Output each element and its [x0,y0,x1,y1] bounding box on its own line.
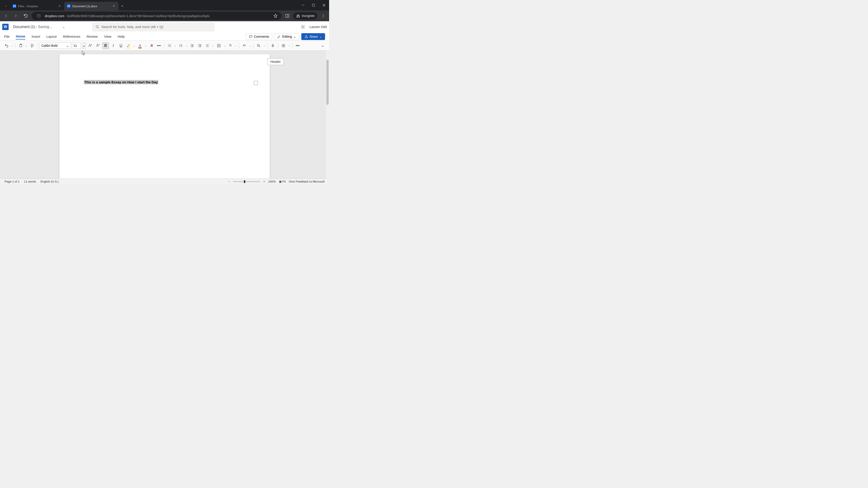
page-info[interactable]: Page 1 of 1 [4,180,20,183]
font-name-input[interactable]: Calibri Bold⌄ [39,42,71,49]
chevron-down-icon[interactable]: ⌄ [66,44,69,47]
numbering-dropdown[interactable]: ⌄ [185,44,188,47]
browser-tab-active[interactable]: Document (1).docx × [64,2,119,10]
editor-dropdown[interactable]: ⌄ [288,44,290,47]
user-name[interactable]: Lauren Deli [309,25,327,29]
comment-indicator-icon[interactable] [254,81,258,85]
settings-button[interactable] [301,24,305,29]
tab-close-button[interactable]: × [58,4,61,8]
highlight-button[interactable] [125,42,132,49]
zoom-percent[interactable]: 100% [268,180,276,183]
bookmark-icon[interactable] [273,13,278,18]
shading-button[interactable] [227,42,234,49]
close-window-button[interactable] [319,0,329,10]
window-controls [298,0,329,10]
zoom-out-button[interactable]: − [228,180,230,183]
reload-button[interactable] [22,12,30,20]
document-page[interactable]: Header This is a sample Essay on How I s… [59,54,270,178]
zoom-slider[interactable] [233,181,260,182]
tab-review[interactable]: Review [87,34,98,39]
back-button[interactable] [2,12,10,20]
underline-button[interactable]: U [118,42,124,49]
decrease-indent-button[interactable] [189,42,195,49]
undo-button[interactable] [3,42,10,49]
chevron-down-icon[interactable]: ⌄ [62,25,65,29]
shrink-font-button[interactable]: A▾ [94,42,101,49]
svg-point-14 [168,45,168,46]
styles-dropdown[interactable]: ⌄ [249,44,251,47]
site-info-icon[interactable] [35,12,42,20]
font-color-button[interactable]: A [136,42,143,49]
tab-insert[interactable]: Insert [32,34,40,39]
highlight-dropdown[interactable]: ⌄ [133,44,135,47]
bullets-button[interactable] [166,42,173,49]
address-bar[interactable]: dropbox.com/scl/fi/q5c90i07zi8bxargtcvoj… [32,12,281,20]
document-canvas[interactable]: Header This is a sample Essay on How I s… [0,51,329,178]
paste-button[interactable] [18,42,24,49]
document-body-text[interactable]: This is a sample Essay on How I start th… [84,80,158,84]
incognito-label: Incognito [302,14,315,18]
share-button[interactable]: Share ⌄ [301,33,325,40]
browser-menu-button[interactable] [319,12,327,20]
more-font-button[interactable]: ••• [156,42,162,49]
tab-home[interactable]: Home [16,33,25,39]
more-commands-button[interactable]: ••• [294,42,301,49]
collapse-ribbon-button[interactable]: ⌄ [319,42,326,49]
clear-formatting-button[interactable]: A✕ [148,42,155,49]
italic-button[interactable]: I [110,42,117,49]
zoom-slider-thumb[interactable] [244,180,245,183]
browser-tab-inactive[interactable]: Files - Dropbox × [10,2,64,10]
font-color-dropdown[interactable]: ⌄ [144,44,147,47]
format-painter-button[interactable] [29,42,35,49]
find-dropdown[interactable]: ⌄ [263,44,266,47]
side-panel-icon[interactable] [283,12,291,20]
word-count[interactable]: 11 words [24,180,36,183]
document-title[interactable]: Document (1) - Saving... ⌄ [13,25,65,29]
tab-help[interactable]: Help [118,34,125,39]
bullets-dropdown[interactable]: ⌄ [174,44,177,47]
font-size-dropdown[interactable]: ⌄ [82,42,86,49]
tab-search-button[interactable] [2,2,10,10]
dictate-button[interactable] [270,42,276,49]
incognito-badge[interactable]: Incognito [293,12,317,20]
bold-button[interactable]: B [102,42,109,49]
styles-button[interactable]: A [241,42,248,49]
tab-file[interactable]: File [4,34,9,39]
header-badge[interactable]: Header [268,58,284,65]
borders-button[interactable] [215,42,222,49]
font-size-input[interactable]: 11 [72,42,81,49]
svg-point-40 [257,44,259,46]
tab-view[interactable]: View [104,34,111,39]
align-dropdown[interactable]: ⌄ [212,44,215,47]
tab-layout[interactable]: Layout [46,34,57,39]
borders-dropdown[interactable]: ⌄ [223,44,226,47]
word-app-icon[interactable]: W [2,24,8,30]
share-label: Share [309,35,318,38]
search-input[interactable]: Search for tools, help, and more (Alt + … [92,23,214,31]
forward-button[interactable] [12,12,20,20]
grow-font-button[interactable]: A▴ [87,42,94,49]
tab-close-button[interactable]: × [112,4,116,8]
fit-button[interactable]: ▣ Fit [279,180,286,183]
home-toolbar: ⌄ ⌄ Calibri Bold⌄ 11 ⌄ A▴ A▾ B I U ⌄ A ⌄… [0,41,329,51]
zoom-in-button[interactable]: + [264,180,265,183]
increase-indent-button[interactable] [196,42,203,49]
align-button[interactable] [204,42,211,49]
scrollbar-thumb[interactable] [327,60,329,105]
new-tab-button[interactable]: + [119,2,126,10]
vertical-scrollbar[interactable] [326,51,329,178]
svg-point-13 [168,44,168,45]
numbering-button[interactable]: 123 [178,42,184,49]
minimize-button[interactable] [298,0,308,10]
find-button[interactable] [255,42,262,49]
shading-dropdown[interactable]: ⌄ [235,44,237,47]
tab-references[interactable]: References [63,34,80,39]
language[interactable]: English (U.S.) [40,180,59,183]
comments-button[interactable]: Comments [246,33,272,40]
paste-dropdown[interactable]: ⌄ [25,44,28,47]
editor-button[interactable] [280,42,287,49]
editing-mode-button[interactable]: Editing ⌄ [274,33,299,40]
maximize-button[interactable] [308,0,319,10]
undo-dropdown[interactable]: ⌄ [11,44,13,47]
feedback-link[interactable]: Give Feedback to Microsoft [289,180,324,183]
